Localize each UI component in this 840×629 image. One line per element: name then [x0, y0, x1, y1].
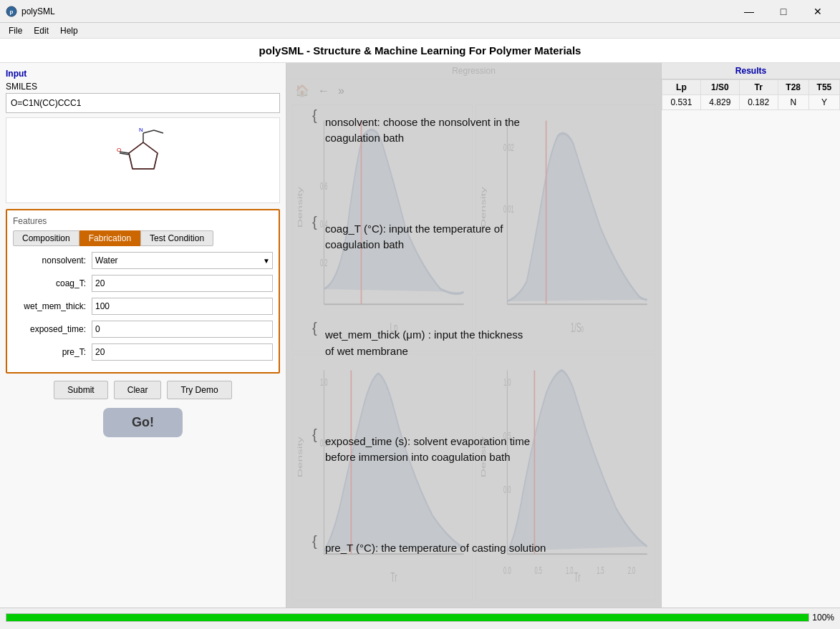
submit-button[interactable]: Submit	[54, 381, 107, 399]
progress-bar-wrap: 100%	[0, 608, 840, 626]
chart-toolbar: 🏠 ← »	[286, 79, 661, 102]
col-t55: T55	[808, 80, 839, 95]
svg-text:0.0: 0.0	[503, 564, 511, 577]
features-box: Features Composition Fabrication Test Co…	[6, 209, 280, 374]
smiles-label: SMILES	[6, 82, 280, 92]
tab-test-condition[interactable]: Test Condition	[140, 230, 213, 246]
title-bar: p polySML — □ ✕	[0, 0, 840, 23]
chart-area: Regression 🏠 ← » Lp Density	[286, 63, 661, 608]
svg-text:0.5: 0.5	[503, 429, 511, 442]
svg-text:0.02: 0.02	[503, 141, 513, 154]
clear-button[interactable]: Clear	[114, 381, 162, 399]
col-tr: Tr	[739, 80, 778, 95]
progress-bar-fill	[6, 614, 808, 621]
svg-text:1.0: 1.0	[565, 564, 573, 577]
nonsolvent-row: nonsolvent: Water Ethanol Methanol ▼	[13, 252, 273, 269]
go-btn-wrap: Go!	[6, 408, 280, 437]
progress-bar-track	[6, 613, 809, 622]
svg-text:0.6: 0.6	[320, 180, 328, 192]
svg-text:2.0: 2.0	[627, 564, 635, 577]
nonsolvent-select-wrap: Water Ethanol Methanol ▼	[92, 252, 273, 269]
try-demo-button[interactable]: Try Demo	[167, 381, 231, 399]
minimize-button[interactable]: —	[733, 0, 766, 23]
pre-t-row: pre_T:	[13, 343, 273, 361]
svg-line-12	[129, 153, 132, 169]
molecule-svg: N O	[86, 125, 201, 196]
exposed-time-input[interactable]	[92, 321, 273, 338]
val-t55: Y	[808, 95, 839, 110]
results-header: Results	[662, 63, 840, 79]
pre-t-input[interactable]	[92, 343, 273, 361]
tab-composition[interactable]: Composition	[13, 230, 79, 246]
chart-lp: Lp Density 0.6 0.4 0.2	[292, 104, 473, 351]
menu-file[interactable]: File	[3, 24, 28, 37]
go-button[interactable]: Go!	[103, 408, 183, 437]
svg-text:0.5: 0.5	[534, 564, 542, 577]
svg-text:1/S₀: 1/S₀	[570, 319, 583, 334]
back-button[interactable]: ←	[315, 83, 332, 99]
main-layout: Input SMILES N O	[0, 63, 840, 608]
col-1s0: 1/S0	[700, 80, 739, 95]
action-buttons-row: Submit Clear Try Demo	[6, 381, 280, 399]
svg-text:1.0: 1.0	[503, 375, 511, 388]
wet-mem-thick-input[interactable]	[92, 298, 273, 315]
svg-text:Density: Density	[480, 436, 487, 477]
val-1s0: 4.829	[700, 95, 739, 110]
chart-tr-top: Tr Density 1.0 0.5	[292, 354, 473, 601]
wet-mem-thick-label: wet_mem_thick:	[13, 301, 92, 311]
smiles-input[interactable]	[6, 93, 280, 113]
svg-text:Density: Density	[480, 187, 487, 228]
molecule-viewer: N O	[6, 117, 280, 203]
svg-line-14	[143, 142, 158, 153]
results-table: Lp 1/S0 Tr T28 T55 0.531 4.829 0.182 N Y	[662, 79, 840, 110]
menu-help[interactable]: Help	[54, 24, 84, 37]
wet-mem-thick-row: wet_mem_thick:	[13, 298, 273, 315]
app-title: polySML - Structure & Machine Learning F…	[0, 39, 840, 63]
results-panel: Results Lp 1/S0 Tr T28 T55 0.531 4.829 0…	[661, 63, 840, 608]
svg-text:O: O	[117, 147, 121, 153]
val-t28: N	[778, 95, 808, 110]
more-button[interactable]: »	[335, 83, 347, 99]
title-bar-controls: — □ ✕	[733, 0, 834, 23]
svg-text:0.01: 0.01	[503, 203, 513, 215]
nonsolvent-select[interactable]: Water Ethanol Methanol	[92, 252, 273, 269]
svg-text:Density: Density	[296, 436, 304, 477]
svg-line-13	[129, 142, 143, 153]
menu-bar: File Edit Help	[0, 23, 840, 39]
val-lp: 0.531	[662, 95, 701, 110]
regression-label: Regression	[286, 63, 661, 79]
svg-text:Tr: Tr	[391, 569, 397, 584]
svg-text:Tr: Tr	[574, 569, 580, 584]
maximize-button[interactable]: □	[767, 0, 800, 23]
nonsolvent-label: nonsolvent:	[13, 255, 92, 265]
coag-t-input[interactable]	[92, 275, 273, 292]
svg-line-5	[154, 130, 163, 133]
svg-marker-2	[129, 142, 158, 169]
close-button[interactable]: ✕	[801, 0, 834, 23]
coag-t-label: coag_T:	[13, 278, 92, 288]
left-panel: Input SMILES N O	[0, 63, 286, 608]
svg-text:1.5: 1.5	[597, 564, 604, 577]
svg-text:0.4: 0.4	[320, 218, 328, 230]
app-icon: p	[6, 6, 17, 17]
title-bar-text: polySML	[21, 6, 733, 16]
tab-fabrication[interactable]: Fabrication	[79, 230, 140, 246]
chart-tr-bottom: Tr Density 0.0 0.5 1.0 1.5 2.0 1.0 0.5 0…	[475, 354, 656, 601]
svg-text:Lp: Lp	[390, 319, 398, 334]
chart-1s0: 1/S₀ Density 0.02 0.01	[475, 104, 656, 351]
exposed-time-label: exposed_time:	[13, 324, 92, 334]
exposed-time-row: exposed_time:	[13, 321, 273, 338]
coag-t-row: coag_T:	[13, 275, 273, 292]
val-tr: 0.182	[739, 95, 778, 110]
pre-t-label: pre_T:	[13, 347, 92, 357]
svg-text:1.0: 1.0	[320, 375, 328, 388]
charts-grid: Lp Density 0.6 0.4 0.2 1/S₀ Density 0.02	[286, 102, 661, 603]
menu-edit[interactable]: Edit	[28, 24, 54, 37]
svg-line-10	[154, 153, 158, 169]
svg-text:Density: Density	[296, 187, 304, 228]
svg-text:0.2: 0.2	[320, 256, 328, 269]
home-button[interactable]: 🏠	[292, 82, 312, 99]
svg-text:N: N	[139, 127, 143, 133]
features-label: Features	[13, 216, 273, 226]
col-lp: Lp	[662, 80, 701, 95]
